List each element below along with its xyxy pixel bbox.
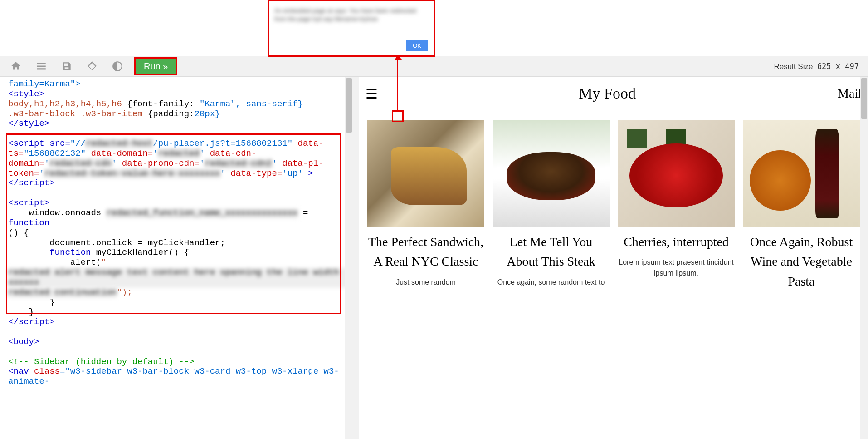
code-text: <script src= [8,138,70,148]
preview-header: ☰ My Food Mail [366,77,862,116]
card-title: The Perfect Sandwich, A Real NYC Classic [367,232,484,271]
main-split: family=Karma"> <style> body,h1,h2,h3,h4,… [0,77,868,439]
code-text: "// [70,138,86,148]
code-text: ' [272,158,277,168]
card-row: The Perfect Sandwich, A Real NYC Classic… [366,116,862,296]
code-text: window.onnoads_ [8,208,107,218]
code-text: 20px} [194,109,220,119]
food-card[interactable]: The Perfect Sandwich, A Real NYC Classic… [367,120,484,296]
card-title: Once Again, Robust Wine and Vegetable Pa… [743,232,860,291]
js-alert-dialog: An embedded page at says: You have been … [268,0,435,57]
food-card[interactable]: Let Me Tell You About This Steak Once ag… [493,120,610,296]
code-text: family=Karma"> [8,79,81,89]
card-image [493,120,610,227]
menu-icon[interactable] [30,58,53,74]
preview-title: My Food [579,85,636,102]
annotation-arrow-line [397,57,398,111]
redacted-text: redacted-host [86,139,153,149]
code-text: function [8,218,49,228]
result-size-text: Result Size: [774,62,815,71]
card-text: Lorem ipsum text praesent tincidunt ipsu… [618,257,735,279]
code-text: data- [293,138,323,148]
code-text: body,h1,h2,h3,h4,h5,h6 [8,99,127,109]
preview-scrollbar[interactable] [860,77,868,439]
code-text: > [303,168,313,178]
code-text: ' [220,168,225,178]
code-text: {padding: [148,109,195,119]
redacted-text: redacted [158,149,200,159]
rotate-icon[interactable] [81,58,103,74]
code-text: function [49,247,91,257]
code-text: </style> [8,118,49,128]
code-text: data-promo-cdn= [117,158,199,168]
run-button[interactable]: Run » [134,57,177,75]
code-text: ' [200,158,205,168]
code-text: <!-- Sidebar (hidden by default) --> [8,357,194,367]
code-text: <nav [8,366,34,376]
redacted-text: redacted-cdn2 [205,159,272,169]
code-text: "); [117,287,132,297]
code-text: " [101,257,106,267]
card-image [367,120,484,227]
alert-text: An embedded page at says: You have been … [274,7,429,23]
code-text: = [298,208,313,218]
redacted-text: redacted continuation [8,288,117,298]
alert-ok-button[interactable]: OK [406,40,428,51]
split-gutter[interactable] [353,77,359,439]
code-editor-pane[interactable]: family=Karma"> <style> body,h1,h2,h3,h4,… [0,77,353,439]
home-icon[interactable] [5,58,27,74]
code-text: 'up' [282,168,303,178]
code-text: data-cdn- [205,148,256,158]
code-text: class [34,366,60,376]
code-text: {font-family: [127,99,200,109]
editor-toolbar: Run » Result Size: 625 x 497 [0,56,868,77]
redacted-text: redacted alert message text content here… [8,268,348,288]
card-image [618,120,735,227]
card-text: Just some random [367,277,484,288]
code-text: token= [8,168,39,178]
food-card[interactable]: Once Again, Robust Wine and Vegetable Pa… [743,120,860,296]
code-text: data-domain= [86,148,153,158]
code-text: <script> [8,198,49,208]
result-size-dims: 625 x 497 [817,62,859,71]
code-text: </script> [8,317,55,327]
card-image [743,120,860,227]
code-text: ts= [8,148,24,158]
code-text: .w3-bar-block .w3-bar-item [8,109,148,119]
card-title: Let Me Tell You About This Steak [493,232,610,271]
code-text: () { [8,228,29,238]
code-text: ' [39,168,44,178]
result-size-label: Result Size: 625 x 497 [774,62,863,71]
code-text: ' [112,158,117,168]
code-text: ' [153,148,158,158]
editor-scrollbar[interactable] [345,77,353,439]
code-text: <style> [8,89,44,99]
theme-icon[interactable] [106,58,129,74]
scrollbar-thumb[interactable] [861,78,867,119]
card-title: Cherries, interrupted [618,232,735,252]
code-text: document.onclick = myClickHandler; [8,238,225,248]
code-text: ' [44,158,49,168]
mail-link[interactable]: Mail [838,86,862,101]
card-text: Once again, some random text to [493,277,610,288]
scrollbar-thumb[interactable] [346,78,352,133]
save-icon[interactable] [55,58,78,74]
food-card[interactable]: Cherries, interrupted Lorem ipsum text p… [618,120,735,296]
code-text: data-type= [225,168,282,178]
code-text: } [8,297,55,307]
preview-content: ☰ My Food Mail The Perfect Sandwich, A R… [359,77,868,296]
code-text: data-pl- [277,158,324,168]
code-text: ' [200,148,205,158]
annotation-target-box [392,110,404,122]
hamburger-icon[interactable]: ☰ [366,89,377,99]
code-text: domain= [8,158,44,168]
code-text: "Karma", sans-serif} [200,99,303,109]
code-text: "1568802132" [24,148,86,158]
code-text: </script> [8,178,55,188]
preview-pane: ☰ My Food Mail The Perfect Sandwich, A R… [359,77,868,439]
redacted-text: redacted-token-value-here-xxxxxxxx [44,169,220,179]
redacted-text: redacted-cdn [49,159,112,169]
code-text: alert( [8,257,101,267]
code-text: } [8,307,34,317]
code-text: myClickHandler() { [91,247,189,257]
